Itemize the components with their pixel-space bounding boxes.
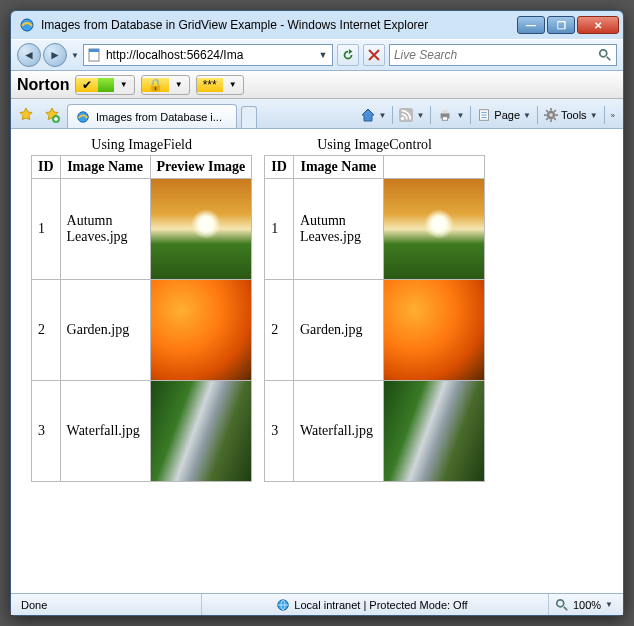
ie-window: Images from Database in GridView Example… — [10, 10, 624, 616]
thumbnail-garden — [151, 280, 251, 380]
page-content: Using ImageField ID Image Name Preview I… — [11, 129, 623, 593]
status-done: Done — [15, 594, 195, 615]
grid1-title: Using ImageField — [31, 137, 252, 155]
norton-logo: Norton — [17, 76, 69, 94]
stop-button[interactable] — [363, 44, 385, 66]
zoom-icon — [555, 598, 569, 612]
globe-icon — [276, 598, 290, 612]
tools-menu[interactable]: Tools▼ — [540, 104, 602, 126]
new-tab-button[interactable] — [241, 106, 257, 128]
add-favorite-button[interactable] — [41, 104, 63, 126]
search-input[interactable] — [394, 48, 598, 62]
table-row: 3 Waterfall.jpg — [32, 381, 252, 482]
tab-toolbar: Images from Database i... ▼ ▼ ▼ Page▼ — [11, 99, 623, 129]
forward-button[interactable]: ► — [43, 43, 67, 67]
grid1-header-preview: Preview Image — [150, 156, 252, 179]
grid2-title: Using ImageControl — [264, 137, 485, 155]
svg-rect-2 — [89, 49, 99, 52]
back-button[interactable]: ◄ — [17, 43, 41, 67]
search-box[interactable] — [389, 44, 617, 66]
svg-point-15 — [557, 599, 564, 606]
window-title: Images from Database in GridView Example… — [41, 18, 517, 32]
zoom-control[interactable]: 100% ▼ — [548, 594, 619, 615]
svg-point-13 — [549, 113, 553, 117]
svg-point-7 — [401, 117, 405, 121]
refresh-button[interactable] — [337, 44, 359, 66]
page-menu[interactable]: Page▼ — [473, 104, 535, 126]
grid2-header-id: ID — [265, 156, 294, 179]
table-row: 1 Autumn Leaves.jpg — [32, 179, 252, 280]
thumbnail-autumn — [384, 179, 484, 279]
thumbnail-waterfall — [384, 381, 484, 481]
feeds-button[interactable]: ▼ — [395, 104, 428, 126]
thumbnail-waterfall — [151, 381, 251, 481]
active-tab[interactable]: Images from Database i... — [67, 104, 237, 128]
grid1-header-id: ID — [32, 156, 61, 179]
minimize-button[interactable]: — — [517, 16, 545, 34]
thumbnail-garden — [384, 280, 484, 380]
ie-icon — [19, 17, 35, 33]
grid1-header-name: Image Name — [60, 156, 150, 179]
maximize-button[interactable]: ❐ — [547, 16, 575, 34]
table-row: 2 Garden.jpg — [32, 280, 252, 381]
table-row: 3 Waterfall.jpg — [265, 381, 485, 482]
print-button[interactable]: ▼ — [433, 104, 468, 126]
status-zone: Local intranet | Protected Mode: Off — [294, 599, 467, 611]
norton-toolbar: Norton ✔ ▼ 🔒▼ ***▼ — [11, 71, 623, 99]
titlebar[interactable]: Images from Database in GridView Example… — [11, 11, 623, 39]
nav-history-dropdown[interactable]: ▼ — [71, 51, 79, 60]
address-bar[interactable]: ▼ — [83, 44, 333, 66]
table-row: 2 Garden.jpg — [265, 280, 485, 381]
grid2-header-name: Image Name — [293, 156, 383, 179]
ie-icon — [76, 110, 90, 124]
norton-options-button[interactable]: ***▼ — [196, 75, 244, 95]
table-row: 1 Autumn Leaves.jpg — [265, 179, 485, 280]
nav-toolbar: ◄ ► ▼ ▼ — [11, 39, 623, 71]
norton-vault-button[interactable]: 🔒▼ — [141, 75, 190, 95]
tab-label: Images from Database i... — [96, 111, 222, 123]
favorites-button[interactable] — [15, 104, 37, 126]
thumbnail-autumn — [151, 179, 251, 279]
status-bar: Done Local intranet | Protected Mode: Of… — [11, 593, 623, 615]
norton-status-button[interactable]: ✔ ▼ — [75, 75, 134, 95]
svg-rect-6 — [399, 108, 413, 122]
toolbar-overflow[interactable]: » — [607, 111, 619, 120]
svg-rect-10 — [443, 117, 448, 121]
close-button[interactable]: ✕ — [577, 16, 619, 34]
gridview-imagefield: Using ImageField ID Image Name Preview I… — [31, 137, 252, 482]
svg-rect-9 — [443, 110, 448, 114]
grid2-header-preview — [383, 156, 484, 179]
page-icon — [86, 47, 102, 63]
search-icon[interactable] — [598, 48, 612, 62]
svg-point-3 — [600, 50, 607, 57]
address-dropdown[interactable]: ▼ — [316, 50, 330, 60]
url-input[interactable] — [102, 48, 316, 62]
gridview-imagecontrol: Using ImageControl ID Image Name 1 Autum… — [264, 137, 485, 482]
home-button[interactable]: ▼ — [356, 104, 391, 126]
